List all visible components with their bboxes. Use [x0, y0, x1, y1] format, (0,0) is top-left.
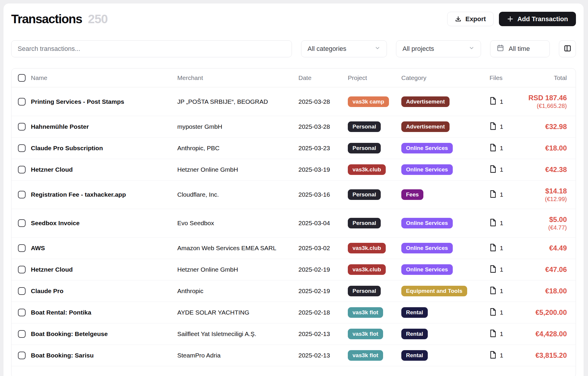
total-cell: €4.49 [522, 244, 567, 253]
projects-filter[interactable]: All projects [396, 40, 481, 57]
project-badge: vas3k flot [348, 329, 383, 339]
search-input[interactable] [11, 40, 292, 57]
file-icon [490, 243, 497, 253]
table-row[interactable]: Boat Booking: SarisuSteamPro Adria2025-0… [11, 345, 576, 366]
file-icon [490, 351, 497, 360]
header-category[interactable]: Category [401, 74, 490, 81]
table-row[interactable]: Registration Fee - taxhacker.appCloudfla… [11, 180, 576, 209]
header-files[interactable]: Files [490, 74, 522, 81]
files-count: 1 [500, 245, 503, 252]
transaction-date: 2025-02-19 [298, 288, 348, 295]
row-checkbox[interactable] [18, 266, 26, 273]
transaction-date: 2025-03-16 [298, 191, 348, 198]
row-checkbox[interactable] [18, 144, 26, 152]
category-badge: Rental [401, 307, 428, 318]
table-row[interactable]: Printing Services - Post StampsJP „POŠTA… [11, 87, 576, 116]
transaction-date: 2025-02-13 [298, 352, 348, 359]
files-count: 1 [500, 352, 503, 359]
transaction-merchant: Anthropic [177, 288, 298, 295]
table-row[interactable]: Hetzner CloudHetzner Online GmbH2025-03-… [11, 159, 576, 180]
row-checkbox[interactable] [18, 244, 26, 252]
row-checkbox[interactable] [18, 191, 26, 198]
file-icon [490, 97, 497, 106]
total-cell: €42.38 [522, 165, 567, 174]
total-cell: $5.00(€4.77) [522, 215, 567, 231]
header-project[interactable]: Project [348, 74, 401, 81]
row-checkbox[interactable] [18, 98, 26, 106]
transaction-merchant: Cloudflare, Inc. [177, 191, 298, 198]
files-cell: 1 [490, 308, 522, 317]
category-badge: Online Services [401, 164, 453, 175]
row-checkbox[interactable] [18, 287, 26, 295]
row-checkbox[interactable] [18, 309, 26, 316]
category-badge: Rental [401, 329, 428, 339]
row-checkbox[interactable] [18, 352, 26, 359]
table-body: Printing Services - Post StampsJP „POŠTA… [11, 87, 576, 366]
transaction-date: 2025-03-23 [298, 145, 348, 152]
category-badge: Advertisement [401, 121, 450, 132]
transaction-name: Claude Pro [31, 288, 177, 295]
transaction-date: 2025-03-02 [298, 245, 348, 252]
category-badge: Online Services [401, 218, 453, 228]
files-cell: 1 [490, 190, 522, 200]
files-cell: 1 [490, 351, 522, 360]
table-row[interactable]: Boat Booking: BetelgeuseSailfleet Yat Is… [11, 323, 576, 345]
total-cell: €5,200.00 [522, 308, 567, 317]
table-row[interactable]: Claude ProAnthropic2025-02-19PersonalEqu… [11, 280, 576, 302]
select-all-checkbox[interactable] [18, 74, 26, 82]
table-row[interactable]: Hahnemühle Postermyposter GmbH2025-03-28… [11, 116, 576, 137]
table-row[interactable]: AWSAmazon Web Services EMEA SARL2025-03-… [11, 237, 576, 259]
row-checkbox[interactable] [18, 123, 26, 131]
table-row[interactable]: Seedbox InvoiceEvo Seedbox2025-03-04Pers… [11, 209, 576, 237]
table-row[interactable]: Hetzner CloudHetzner Online GmbH2025-02-… [11, 259, 576, 280]
columns-toggle-button[interactable] [559, 40, 576, 57]
transaction-name: Boat Rental: Pontika [31, 309, 177, 316]
files-cell: 1 [490, 329, 522, 339]
total-amount: RSD 187.46 [522, 93, 567, 102]
files-count: 1 [500, 288, 503, 295]
row-checkbox[interactable] [18, 330, 26, 338]
files-count: 1 [500, 330, 503, 337]
total-amount-converted: (€4.77) [522, 224, 567, 231]
add-transaction-label: Add Transaction [517, 15, 568, 23]
transaction-merchant: JP „POŠTA SRBIJE“, BEOGRAD [177, 98, 298, 105]
table-row[interactable]: Claude Pro SubscriptionAnthropic, PBC202… [11, 137, 576, 159]
files-cell: 1 [490, 143, 522, 153]
categories-filter-value: All categories [308, 45, 346, 53]
total-cell: €32.98 [522, 122, 567, 131]
files-count: 1 [500, 309, 503, 316]
topbar: Transactions 250 Export Add Transaction [11, 4, 576, 26]
header-total[interactable]: Total [522, 74, 567, 81]
project-badge: vas3k camp [348, 96, 389, 107]
row-checkbox[interactable] [18, 219, 26, 227]
transaction-count: 250 [88, 12, 108, 26]
file-icon [490, 218, 497, 228]
transaction-date: 2025-02-13 [298, 330, 348, 337]
files-cell: 1 [490, 243, 522, 253]
categories-filter[interactable]: All categories [301, 40, 387, 57]
calendar-icon [497, 44, 504, 54]
files-cell: 1 [490, 97, 522, 106]
header-date[interactable]: Date [298, 74, 348, 81]
table-row[interactable]: Boat Rental: PontikaAYDE SOLAR YACHTING2… [11, 302, 576, 323]
total-cell: €18.00 [522, 144, 567, 153]
category-badge: Online Services [401, 264, 453, 275]
table-row-partial [11, 366, 576, 376]
total-amount: €47.06 [522, 265, 567, 274]
project-badge: vas3k flot [348, 350, 383, 361]
header-name[interactable]: Name [31, 74, 177, 81]
header-merchant[interactable]: Merchant [177, 74, 298, 81]
files-count: 1 [500, 191, 503, 198]
total-cell: €47.06 [522, 265, 567, 274]
date-range-filter[interactable]: All time [490, 40, 550, 57]
transaction-merchant: Hetzner Online GmbH [177, 266, 298, 273]
project-badge: Personal [348, 286, 381, 296]
transaction-date: 2025-03-04 [298, 220, 348, 227]
total-amount: €18.00 [522, 144, 567, 153]
file-icon [490, 329, 497, 339]
row-checkbox[interactable] [18, 166, 26, 173]
export-button[interactable]: Export [447, 12, 494, 26]
file-icon [490, 308, 497, 317]
add-transaction-button[interactable]: Add Transaction [499, 12, 576, 26]
transaction-merchant: Hetzner Online GmbH [177, 166, 298, 173]
